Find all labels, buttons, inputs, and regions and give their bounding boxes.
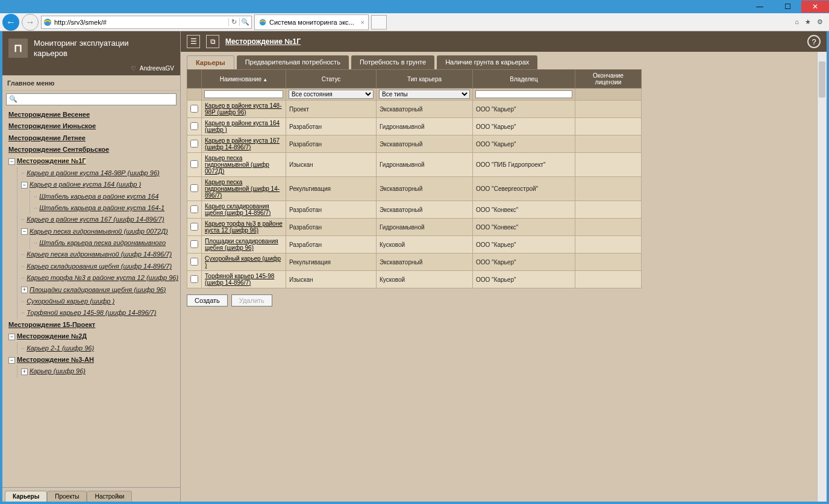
tree-item-label[interactable]: Месторождение Сентябрьское [8, 146, 109, 153]
address-bar[interactable]: ↻ 🔍 [41, 16, 252, 29]
tree-item-label[interactable]: Карьер песка гидронамывной (шифр 14-896/… [27, 250, 172, 258]
row-checkbox[interactable] [190, 275, 198, 283]
sidebar-tab-projects[interactable]: Проекты [47, 491, 87, 502]
tree-item-label[interactable]: Карьер в районе куста 167 (шифр 14-896/7… [27, 216, 164, 223]
filter-owner-input[interactable] [475, 90, 572, 98]
help-icon[interactable]: ? [807, 35, 821, 48]
col-status[interactable]: Статус [286, 70, 377, 89]
table-row[interactable]: Торфяной карьер 145-98 (шифр 14-896/7)Из… [187, 271, 642, 288]
tree-item-label[interactable]: Штабель карьера в районе куста 164 [39, 193, 158, 200]
col-name[interactable]: Наименование [202, 70, 286, 89]
tree-item-label[interactable]: Месторождение №1Г [17, 157, 86, 164]
row-checkbox[interactable] [190, 258, 198, 266]
tree-expander-icon[interactable]: − [8, 357, 15, 364]
filter-status-select[interactable]: Все состояния [289, 90, 374, 99]
delete-button[interactable]: Удалить [231, 294, 272, 306]
tree-item-label[interactable]: Месторождение Летнее [8, 134, 86, 142]
row-checkbox[interactable] [190, 223, 198, 231]
nav-back-button[interactable]: ← [2, 14, 19, 31]
tree-item-label[interactable]: Карьер торфа №3 в районе куста 12 (шифр … [27, 274, 178, 281]
main-scrollbar[interactable] [817, 52, 827, 502]
row-checkbox[interactable] [190, 205, 198, 213]
cell-name[interactable]: Карьер торфа №3 в районе куста 12 (шифр … [202, 219, 286, 236]
table-row[interactable]: Карьер в районе куста 164 (шифр )Разрабо… [187, 118, 642, 135]
col-type[interactable]: Тип карьера [377, 70, 473, 89]
tree-expander-icon[interactable]: − [21, 182, 28, 188]
tree-expander-icon[interactable]: + [21, 287, 28, 293]
copy-icon[interactable]: ⧉ [206, 35, 219, 48]
filter-type-select[interactable]: Все типы [379, 90, 470, 99]
tree-search[interactable]: 🔍 [6, 93, 177, 105]
tab-close-icon[interactable]: × [361, 19, 364, 26]
row-checkbox[interactable] [190, 140, 198, 148]
cell-name[interactable]: Карьер песка гидронамывной (шифр 14-896/… [202, 177, 286, 201]
tab-prelim-need[interactable]: Предварительная потребность [237, 55, 349, 69]
tree-expander-icon[interactable]: − [8, 334, 15, 340]
row-checkbox[interactable] [190, 160, 198, 168]
col-owner[interactable]: Владелец [473, 70, 575, 89]
tree-search-input[interactable] [20, 96, 176, 103]
tree-item-label[interactable]: Месторождение Июньское [8, 122, 96, 129]
tab-soil-avail[interactable]: Наличие грунта в карьерах [437, 55, 537, 69]
tree-item-label[interactable]: Карьер в районе куста 164 (шифр ) [30, 181, 141, 188]
row-checkbox[interactable] [190, 105, 198, 113]
tree-item-label[interactable]: Карьер песка гидронамывной (шифр 0072Д) [30, 228, 168, 235]
tree-expander-icon[interactable]: − [21, 228, 28, 235]
tab-quarries[interactable]: Карьеры [187, 55, 234, 69]
user-row[interactable]: ♡ AndreevaGV [2, 64, 180, 75]
breadcrumb-title[interactable]: Месторождение №1Г [225, 37, 301, 46]
table-row[interactable]: Сухоройный карьер (шифр )РекультивацияЭк… [187, 254, 642, 271]
tree-item-label[interactable]: Штабель карьера в районе куста 164-1 [39, 204, 164, 211]
tree-item-label[interactable]: Месторождение 15-Проект [8, 321, 95, 328]
create-button[interactable]: Создать [187, 294, 228, 306]
address-search-icon[interactable]: 🔍 [239, 18, 250, 26]
table-row[interactable]: Карьер в районе куста 148-98Р (шифр 96)П… [187, 101, 642, 118]
cell-name[interactable]: Карьер складирования щебня (шифр 14-896/… [202, 201, 286, 219]
new-tab-button[interactable] [371, 15, 387, 30]
tree-expander-icon[interactable]: + [21, 369, 28, 375]
nav-forward-button[interactable]: → [22, 14, 39, 31]
cell-name[interactable]: Карьер в районе куста 164 (шифр ) [202, 118, 286, 135]
cell-name[interactable]: Площадки складирования щебня (шифр 96) [202, 236, 286, 254]
filter-name-input[interactable] [204, 90, 283, 98]
tree-expander-icon[interactable]: − [8, 158, 15, 165]
window-minimize-button[interactable]: — [746, 1, 774, 13]
address-input[interactable] [54, 19, 228, 26]
tree-item-label[interactable]: Карьер складирования щебня (шифр 14-896/… [27, 263, 172, 270]
cell-name[interactable]: Карьер в районе куста 167 (шифр 14-896/7… [202, 135, 286, 153]
tree-item-label[interactable]: Площадки складирования щебня (шифр 96) [30, 286, 166, 293]
tree-item-label[interactable]: Карьер 2-1 (шифр 96) [27, 344, 94, 352]
tree-item-label[interactable]: Месторождение №2Д [17, 332, 87, 340]
tree-item-label[interactable]: Месторождение №3-АН [17, 356, 94, 363]
tree-item-label[interactable]: Месторождение Весенее [8, 111, 90, 118]
window-maximize-button[interactable]: ☐ [774, 1, 801, 13]
tree-item-label[interactable]: Карьер в районе куста 148-98Р (шифр 96) [27, 169, 160, 176]
tree-item-label[interactable]: Сухоройный карьер (шифр ) [27, 297, 114, 305]
browser-tab[interactable]: Система мониторинга экс... × [254, 14, 369, 30]
cell-name[interactable]: Карьер песка гидронамывной (шифр 0072Д) [202, 153, 286, 177]
favorites-icon[interactable]: ★ [805, 18, 811, 26]
table-row[interactable]: Карьер песка гидронамывной (шифр 0072Д)И… [187, 153, 642, 177]
col-license[interactable]: Окончание лицензии [575, 70, 642, 89]
home-icon[interactable]: ⌂ [795, 18, 799, 26]
row-checkbox[interactable] [190, 240, 198, 248]
table-row[interactable]: Карьер складирования щебня (шифр 14-896/… [187, 201, 642, 219]
cell-name[interactable]: Карьер в районе куста 148-98Р (шифр 96) [202, 101, 286, 118]
table-row[interactable]: Площадки складирования щебня (шифр 96)Ра… [187, 236, 642, 254]
address-refresh-icon[interactable]: ↻ [228, 18, 239, 26]
row-checkbox[interactable] [190, 122, 198, 130]
table-row[interactable]: Карьер песка гидронамывной (шифр 14-896/… [187, 177, 642, 201]
doc-icon[interactable]: ☰ [187, 35, 200, 48]
tree-item-label[interactable]: Торфяной карьер 145-98 (шифр 14-896/7) [27, 309, 156, 316]
sidebar-tab-quarries[interactable]: Карьеры [5, 491, 47, 502]
sidebar-tab-settings[interactable]: Настройки [87, 491, 132, 502]
tab-soil-need[interactable]: Потребность в грунте [351, 55, 434, 69]
table-row[interactable]: Карьер торфа №3 в районе куста 12 (шифр … [187, 219, 642, 236]
settings-icon[interactable]: ⚙ [817, 18, 823, 26]
row-checkbox[interactable] [190, 184, 198, 192]
tree-item-label[interactable]: Карьер (шифр 96) [30, 367, 86, 375]
window-close-button[interactable]: ✕ [801, 1, 829, 13]
tree-item-label[interactable]: Штабль карьера песка гидронамывного [39, 239, 166, 246]
tree[interactable]: Месторождение ВесенееМесторождение Июньс… [2, 108, 180, 487]
cell-name[interactable]: Торфяной карьер 145-98 (шифр 14-896/7) [202, 271, 286, 288]
